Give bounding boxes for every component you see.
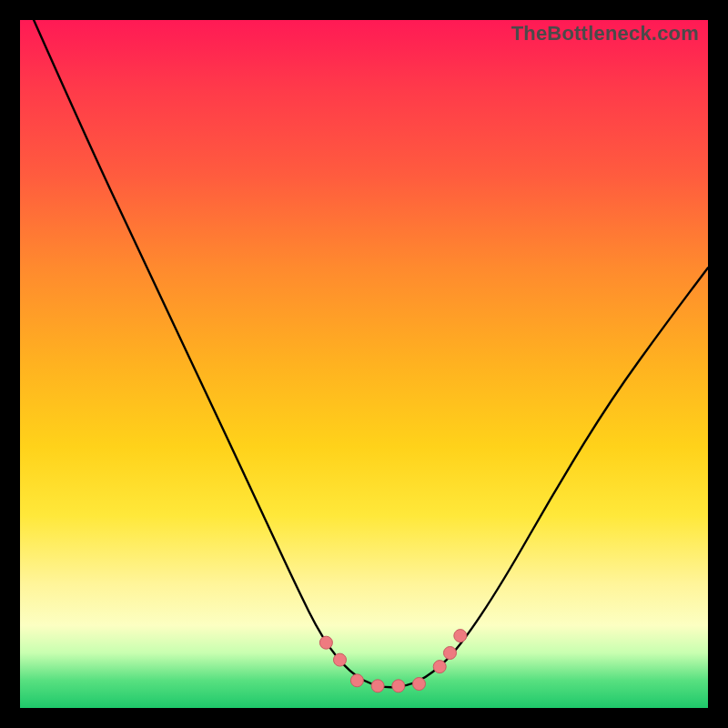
curve-marker	[392, 680, 405, 693]
curve-marker	[334, 653, 347, 666]
bottleneck-curve-path	[34, 20, 708, 687]
curve-marker	[319, 636, 332, 649]
curve-marker	[371, 680, 384, 693]
chart-frame: TheBottleneck.com	[0, 0, 728, 728]
curve-marker	[413, 678, 426, 691]
bottleneck-curve-svg	[20, 20, 708, 708]
curve-marker	[454, 630, 467, 642]
curve-marker	[444, 647, 457, 660]
curve-marker	[350, 674, 363, 687]
chart-plot-area: TheBottleneck.com	[20, 20, 708, 708]
curve-marker	[433, 661, 446, 673]
